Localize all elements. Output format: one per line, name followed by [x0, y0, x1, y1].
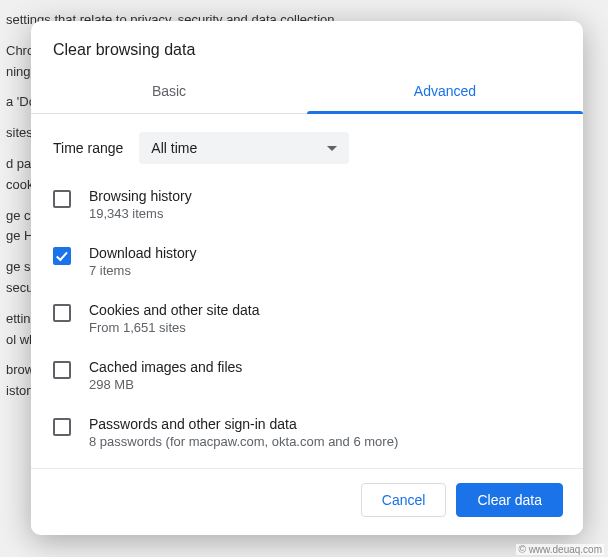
option-subtitle: 7 items [89, 263, 196, 278]
checkbox-browsing-history[interactable] [53, 190, 71, 208]
cancel-button[interactable]: Cancel [361, 483, 447, 517]
option-passwords: Passwords and other sign-in data 8 passw… [53, 406, 561, 463]
dialog-footer: Cancel Clear data [31, 468, 583, 535]
option-subtitle: From 1,651 sites [89, 320, 259, 335]
option-cache: Cached images and files 298 MB [53, 349, 561, 406]
option-browsing-history: Browsing history 19,343 items [53, 178, 561, 235]
time-range-value: All time [151, 140, 197, 156]
option-download-history: Download history 7 items [53, 235, 561, 292]
option-title: Download history [89, 245, 196, 261]
option-subtitle: 19,343 items [89, 206, 192, 221]
option-title: Passwords and other sign-in data [89, 416, 398, 432]
clear-browsing-data-dialog: Clear browsing data Basic Advanced Time … [31, 21, 583, 535]
dialog-body: Time range All time Browsing history 19,… [31, 114, 583, 468]
tab-basic[interactable]: Basic [31, 73, 307, 113]
checkbox-download-history[interactable] [53, 247, 71, 265]
option-title: Browsing history [89, 188, 192, 204]
option-cookies: Cookies and other site data From 1,651 s… [53, 292, 561, 349]
option-subtitle: 8 passwords (for macpaw.com, okta.com an… [89, 434, 398, 449]
time-range-label: Time range [53, 140, 123, 156]
dialog-tabs: Basic Advanced [31, 73, 583, 114]
chevron-down-icon [327, 146, 337, 151]
dialog-title: Clear browsing data [31, 21, 583, 73]
checkbox-passwords[interactable] [53, 418, 71, 436]
option-title: Cookies and other site data [89, 302, 259, 318]
clear-data-button[interactable]: Clear data [456, 483, 563, 517]
time-range-row: Time range All time [53, 132, 561, 164]
option-autofill: Auto-fill form data [53, 463, 561, 468]
time-range-select[interactable]: All time [139, 132, 349, 164]
tab-advanced[interactable]: Advanced [307, 73, 583, 113]
option-subtitle: 298 MB [89, 377, 242, 392]
checkbox-cache[interactable] [53, 361, 71, 379]
watermark: © www.deuaq.com [516, 544, 604, 555]
option-title: Cached images and files [89, 359, 242, 375]
checkbox-cookies[interactable] [53, 304, 71, 322]
